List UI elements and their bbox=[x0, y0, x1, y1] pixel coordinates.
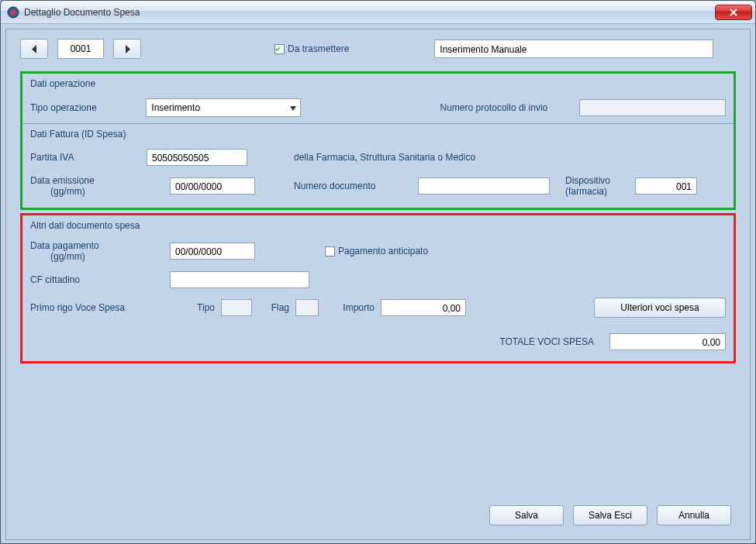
footer-buttons: Salva Salva Esci Annulla bbox=[489, 505, 731, 525]
svg-point-1 bbox=[11, 10, 16, 15]
numero-documento-field[interactable] bbox=[418, 177, 550, 195]
cf-cittadino-label: CF cittadino bbox=[30, 274, 147, 285]
annulla-button[interactable]: Annulla bbox=[657, 505, 731, 525]
altri-dati-title: Altri dati documento spesa bbox=[30, 220, 726, 231]
importo-field[interactable]: 0,00 bbox=[381, 299, 466, 316]
dati-operazione-title: Dati operazione bbox=[30, 78, 726, 89]
salva-button[interactable]: Salva bbox=[489, 505, 564, 525]
flag-field[interactable] bbox=[295, 299, 319, 316]
cf-cittadino-field[interactable] bbox=[170, 271, 309, 288]
numero-documento-label: Numero documento bbox=[294, 181, 418, 191]
data-emissione-field[interactable]: 00/00/0000 bbox=[170, 177, 255, 195]
client-area: 0001 Da trasmettere Inserimento Manuale … bbox=[1, 24, 755, 544]
tipo-operazione-label: Tipo operazione bbox=[30, 102, 146, 113]
prev-button[interactable] bbox=[20, 39, 48, 59]
app-icon bbox=[7, 6, 19, 19]
transmit-checkbox-wrap[interactable]: Da trasmettere bbox=[274, 43, 349, 54]
partita-iva-label: Partita IVA bbox=[30, 152, 147, 163]
tipo-field[interactable] bbox=[221, 299, 252, 316]
data-pagamento-field[interactable]: 00/00/0000 bbox=[170, 243, 255, 260]
next-button[interactable] bbox=[113, 39, 141, 59]
close-button[interactable] bbox=[715, 5, 752, 20]
app-window: Dettaglio Documento Spesa 0001 bbox=[0, 0, 756, 544]
dati-fattura-title: Dati Fattura (ID Spesa) bbox=[30, 129, 726, 139]
tipo-label: Tipo bbox=[162, 302, 221, 313]
top-row: 0001 Da trasmettere Inserimento Manuale bbox=[20, 39, 736, 59]
dispositivo-field[interactable]: 001 bbox=[635, 177, 697, 195]
flag-label: Flag bbox=[252, 302, 295, 313]
pagamento-anticipato-checkbox[interactable] bbox=[325, 246, 335, 257]
ulteriori-voci-button[interactable]: Ulteriori voci spesa bbox=[594, 298, 726, 318]
salva-esci-button[interactable]: Salva Esci bbox=[573, 505, 647, 525]
partita-iva-field[interactable]: 50505050505 bbox=[147, 149, 247, 166]
titlebar: Dettaglio Documento Spesa bbox=[1, 1, 755, 24]
dispositivo-label: Dispositivo (farmacia) bbox=[565, 175, 635, 197]
transmit-checkbox[interactable] bbox=[274, 44, 285, 54]
green-section: Dati operazione Tipo operazione Inserime… bbox=[20, 71, 736, 210]
transmit-label: Da trasmettere bbox=[288, 43, 349, 54]
importo-label: Importo bbox=[319, 302, 381, 313]
red-section: Altri dati documento spesa Data pagament… bbox=[20, 213, 736, 363]
pagamento-anticipato-wrap[interactable]: Pagamento anticipato bbox=[325, 246, 428, 257]
inner-panel: 0001 Da trasmettere Inserimento Manuale … bbox=[5, 29, 751, 540]
tipo-operazione-select[interactable]: Inserimento bbox=[146, 98, 300, 117]
totale-label: TOTALE VOCI SPESA bbox=[439, 336, 594, 347]
pagamento-anticipato-label: Pagamento anticipato bbox=[338, 246, 428, 257]
sequence-field[interactable]: 0001 bbox=[57, 39, 104, 59]
window-title: Dettaglio Documento Spesa bbox=[24, 7, 140, 18]
primo-rigo-label: Primo rigo Voce Spesa bbox=[30, 302, 162, 313]
data-emissione-label: Data emissione (gg/mm) bbox=[30, 175, 147, 197]
numero-protocollo-field[interactable] bbox=[579, 99, 726, 116]
mode-field[interactable]: Inserimento Manuale bbox=[434, 40, 713, 58]
chevron-down-icon bbox=[290, 102, 296, 113]
tipo-operazione-value: Inserimento bbox=[151, 102, 200, 113]
partita-iva-hint: della Farmacia, Struttura Sanitaria o Me… bbox=[294, 152, 475, 163]
numero-protocollo-label: Numero protocollo di invio bbox=[440, 102, 579, 113]
totale-field: 0,00 bbox=[609, 333, 726, 350]
data-pagamento-label: Data pagamento (gg/mm) bbox=[30, 240, 147, 262]
